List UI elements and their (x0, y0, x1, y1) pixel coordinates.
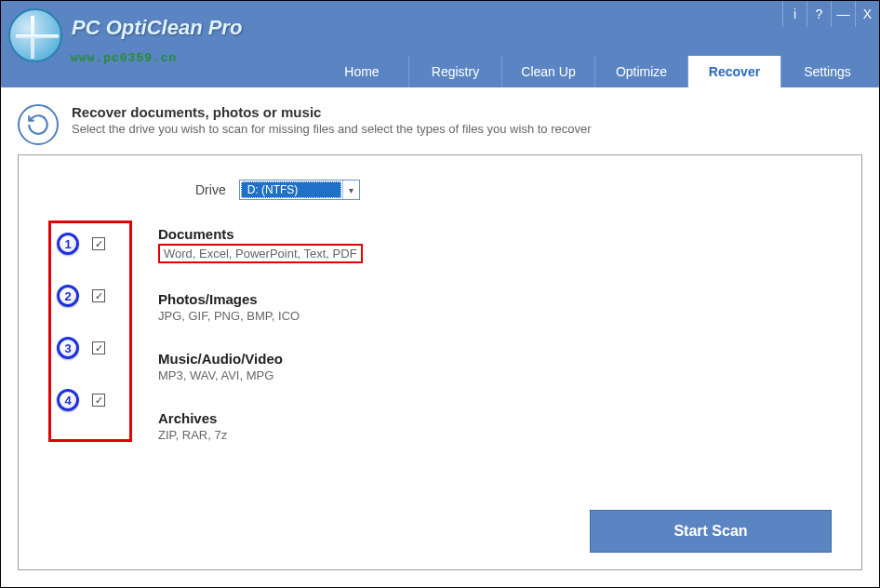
type-music: Music/Audio/Video MP3, WAV, AVI, MPG (158, 351, 363, 382)
tab-settings[interactable]: Settings (780, 56, 873, 87)
type-music-title: Music/Audio/Video (158, 351, 363, 367)
checkbox-archives[interactable]: ✓ (92, 394, 105, 407)
drive-select-value: D: (NTFS) (241, 181, 341, 198)
intro-title: Recover documents, photos or music (72, 104, 592, 120)
intro-subtitle: Select the drive you wish to scan for mi… (72, 122, 592, 136)
annot-row-2: 2 ✓ (57, 285, 124, 307)
checkbox-photos[interactable]: ✓ (92, 289, 105, 302)
drive-select[interactable]: D: (NTFS) ▾ (239, 180, 360, 200)
type-archives: Archives ZIP, RAR, 7z (158, 410, 363, 442)
type-music-sub: MP3, WAV, AVI, MPG (158, 368, 363, 382)
content-area: Recover documents, photos or music Selec… (1, 87, 879, 587)
app-title: PC OptiClean Pro (72, 16, 242, 40)
annotation-bubble-4: 4 (57, 389, 79, 411)
type-archives-sub: ZIP, RAR, 7z (158, 428, 363, 442)
tab-home[interactable]: Home (315, 56, 408, 87)
drive-row: Drive D: (NTFS) ▾ (195, 180, 832, 200)
annotation-column: 1 ✓ 2 ✓ 3 ✓ 4 ✓ (48, 220, 132, 442)
tab-cleanup[interactable]: Clean Up (501, 56, 594, 87)
intro: Recover documents, photos or music Selec… (18, 104, 862, 145)
drive-label: Drive (195, 182, 226, 197)
chevron-down-icon: ▾ (342, 180, 359, 199)
annot-row-1: 1 ✓ (57, 233, 124, 255)
type-archives-title: Archives (158, 410, 363, 426)
checkbox-music[interactable]: ✓ (92, 341, 105, 354)
annot-row-4: 4 ✓ (57, 389, 124, 411)
annot-row-3: 3 ✓ (57, 337, 124, 359)
type-photos: Photos/Images JPG, GIF, PNG, BMP, ICO (158, 291, 363, 323)
intro-text: Recover documents, photos or music Selec… (72, 104, 592, 136)
header: PC OptiClean Pro www.pc0359.cn Home Regi… (1, 27, 879, 87)
start-scan-button[interactable]: Start Scan (590, 510, 832, 553)
annotation-bubble-2: 2 (57, 285, 79, 307)
type-documents-sub: Word, Excel, PowerPoint, Text, PDF (158, 244, 363, 263)
recover-panel: Drive D: (NTFS) ▾ 1 ✓ 2 ✓ (18, 154, 862, 570)
checkbox-documents[interactable]: ✓ (92, 237, 105, 250)
type-documents: Documents Word, Excel, PowerPoint, Text,… (158, 226, 363, 263)
minimize-button[interactable]: — (831, 1, 855, 27)
type-descriptions: Documents Word, Excel, PowerPoint, Text,… (158, 220, 363, 442)
app-logo-icon (8, 8, 62, 62)
annotation-bubble-3: 3 (57, 337, 79, 359)
tab-recover[interactable]: Recover (687, 56, 780, 87)
types-area: 1 ✓ 2 ✓ 3 ✓ 4 ✓ (48, 220, 832, 442)
recover-icon (18, 104, 59, 145)
type-photos-sub: JPG, GIF, PNG, BMP, ICO (158, 309, 363, 323)
app-window: i ? — X PC OptiClean Pro www.pc0359.cn H… (0, 0, 880, 588)
type-photos-title: Photos/Images (158, 291, 363, 307)
help-button[interactable]: ? (807, 1, 831, 27)
main-tabs: Home Registry Clean Up Optimize Recover … (315, 56, 879, 87)
watermark-text: www.pc0359.cn (71, 51, 177, 65)
tab-optimize[interactable]: Optimize (594, 56, 687, 87)
info-button[interactable]: i (782, 1, 807, 27)
annotation-bubble-1: 1 (57, 233, 79, 255)
type-documents-title: Documents (158, 226, 363, 242)
tab-registry[interactable]: Registry (408, 56, 501, 87)
close-button[interactable]: X (855, 1, 879, 27)
